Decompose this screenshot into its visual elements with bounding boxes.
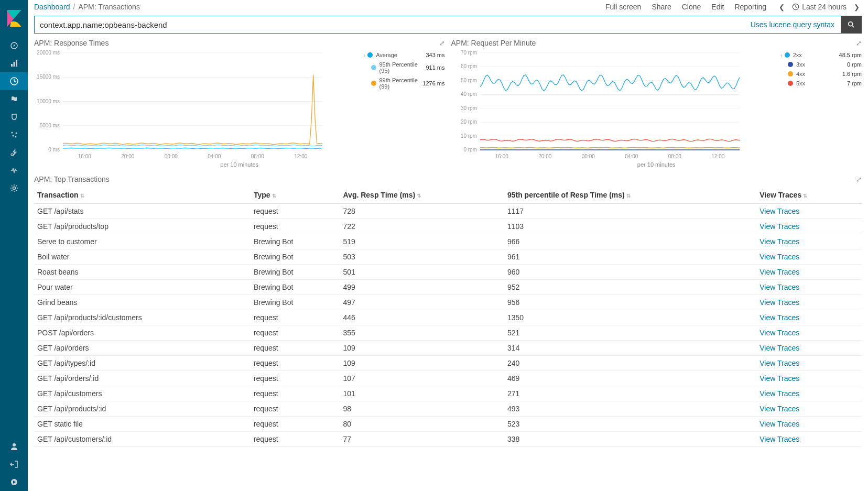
response-times-panel: APM: Response Times ⤢ 0 ms5000 ms10000 m… <box>34 39 445 168</box>
cell-type: request <box>251 401 340 417</box>
expand-icon[interactable]: ⤢ <box>856 176 862 183</box>
cell-avg: 499 <box>340 280 504 295</box>
table-row: GET /api/statsrequest7281117View Traces <box>34 204 862 219</box>
cell-type: Brewing Bot <box>251 295 340 310</box>
view-traces-link[interactable]: View Traces <box>760 420 799 428</box>
col-transaction[interactable]: Transaction⇅ <box>34 187 251 204</box>
nav-collapse[interactable] <box>0 473 28 491</box>
clone-button[interactable]: Clone <box>682 3 701 11</box>
panel-title: APM: Top Transactions <box>34 175 110 183</box>
col-view[interactable]: View Traces⇅ <box>756 187 862 204</box>
cell-avg: 101 <box>340 386 504 401</box>
cell-transaction: Serve to customer <box>34 234 251 249</box>
col-type[interactable]: Type⇅ <box>251 187 340 204</box>
search-button[interactable] <box>841 16 862 34</box>
cell-transaction: POST /api/orders <box>34 325 251 341</box>
rpm-chart[interactable]: 0 rpm10 rpm20 rpm30 rpm40 rpm50 rpm60 rp… <box>451 50 777 160</box>
table-row: Serve to customerBrewing Bot519966View T… <box>34 234 862 249</box>
svg-rect-2 <box>13 62 15 67</box>
chart-caption: per 10 minutes <box>451 161 862 168</box>
breadcrumb: Dashboard / APM: Transactions <box>34 3 140 11</box>
cell-transaction: GET /api/customers/:id <box>34 432 251 447</box>
nav-monitoring[interactable] <box>0 161 28 179</box>
sort-icon: ⇅ <box>80 193 84 199</box>
nav-canvas[interactable] <box>0 108 28 126</box>
nav-devtools[interactable] <box>0 144 28 161</box>
table-row: Boil waterBrewing Bot503961View Traces <box>34 249 862 265</box>
nav-management[interactable] <box>0 179 28 197</box>
svg-text:10 rpm: 10 rpm <box>460 133 476 139</box>
view-traces-link[interactable]: View Traces <box>760 222 799 231</box>
view-traces-link[interactable]: View Traces <box>760 374 799 383</box>
fullscreen-button[interactable]: Full screen <box>605 3 641 11</box>
table-row: GET /api/products/:id/customersrequest44… <box>34 310 862 325</box>
nav-user[interactable] <box>0 438 28 455</box>
legend-dot <box>788 81 793 86</box>
legend-dot <box>788 62 793 67</box>
view-traces-link[interactable]: View Traces <box>760 207 799 215</box>
view-traces-link[interactable]: View Traces <box>760 389 799 398</box>
col-avg[interactable]: Avg. Resp Time (ms)⇅ <box>340 187 504 204</box>
svg-point-14 <box>849 22 853 26</box>
chevron-right-icon[interactable]: › <box>780 52 783 58</box>
table-row: POST /api/ordersrequest355521View Traces <box>34 325 862 341</box>
col-p95[interactable]: 95th percentile of Resp Time (ms)⇅ <box>504 187 756 204</box>
nav-dashboard[interactable] <box>0 72 28 90</box>
nav-visualize[interactable] <box>0 54 28 72</box>
query-input[interactable] <box>34 16 744 34</box>
nav-discover[interactable] <box>0 37 28 54</box>
cell-p95: 966 <box>504 234 756 249</box>
time-prev-button[interactable]: ❮ <box>777 3 787 11</box>
view-traces-link[interactable]: View Traces <box>760 329 799 337</box>
nav-ml[interactable] <box>0 126 28 144</box>
response-times-chart[interactable]: 0 ms5000 ms10000 ms15000 ms20000 ms16:00… <box>34 50 360 160</box>
cell-avg: 497 <box>340 295 504 310</box>
cell-type: request <box>251 371 340 386</box>
cell-transaction: GET /api/products/:id/customers <box>34 310 251 325</box>
view-traces-link[interactable]: View Traces <box>760 344 799 352</box>
panel-title: APM: Response Times <box>34 39 108 47</box>
time-picker: ❮ Last 24 hours ❯ <box>777 3 862 11</box>
view-traces-link[interactable]: View Traces <box>760 283 799 291</box>
cell-view: View Traces <box>756 265 862 280</box>
expand-icon[interactable]: ⤢ <box>856 39 862 47</box>
chevron-right-icon[interactable]: › <box>364 52 366 58</box>
cell-transaction: GET /api/orders <box>34 341 251 356</box>
view-traces-link[interactable]: View Traces <box>760 237 799 246</box>
cell-transaction: GET /api/types/:id <box>34 356 251 371</box>
breadcrumb-root[interactable]: Dashboard <box>34 3 70 11</box>
cell-transaction: Pour water <box>34 280 251 295</box>
edit-button[interactable]: Edit <box>711 3 724 11</box>
lucene-syntax-link[interactable]: Uses lucene query syntax <box>744 16 841 34</box>
reporting-button[interactable]: Reporting <box>734 3 766 11</box>
transactions-table: Transaction⇅ Type⇅ Avg. Resp Time (ms)⇅ … <box>34 187 862 447</box>
nav-timelion[interactable] <box>0 90 28 108</box>
table-row: Pour waterBrewing Bot499952View Traces <box>34 280 862 295</box>
svg-text:20:00: 20:00 <box>121 154 134 159</box>
cell-avg: 98 <box>340 401 504 417</box>
view-traces-link[interactable]: View Traces <box>760 405 799 413</box>
kibana-logo[interactable] <box>0 0 28 37</box>
nav-logout[interactable] <box>0 455 28 473</box>
view-traces-link[interactable]: View Traces <box>760 313 799 322</box>
view-traces-link[interactable]: View Traces <box>760 359 799 367</box>
view-traces-link[interactable]: View Traces <box>760 268 799 276</box>
view-traces-link[interactable]: View Traces <box>760 435 799 443</box>
cell-p95: 1350 <box>504 310 756 325</box>
svg-text:50 rpm: 50 rpm <box>460 78 476 83</box>
view-traces-link[interactable]: View Traces <box>760 253 799 261</box>
search-icon <box>848 21 855 28</box>
sort-icon: ⇅ <box>626 193 631 199</box>
time-next-button[interactable]: ❯ <box>852 3 862 11</box>
expand-icon[interactable]: ⤢ <box>439 39 445 47</box>
svg-text:70 rpm: 70 rpm <box>460 50 476 56</box>
view-traces-link[interactable]: View Traces <box>760 298 799 307</box>
share-button[interactable]: Share <box>652 3 671 11</box>
table-row: GET /api/customersrequest101271View Trac… <box>34 386 862 401</box>
legend-label: Average <box>376 52 426 58</box>
time-range-button[interactable]: Last 24 hours <box>792 3 847 11</box>
svg-text:16:00: 16:00 <box>78 154 91 159</box>
svg-text:12:00: 12:00 <box>711 154 724 159</box>
cell-avg: 109 <box>340 341 504 356</box>
legend-value: 7 rpm <box>847 80 862 86</box>
